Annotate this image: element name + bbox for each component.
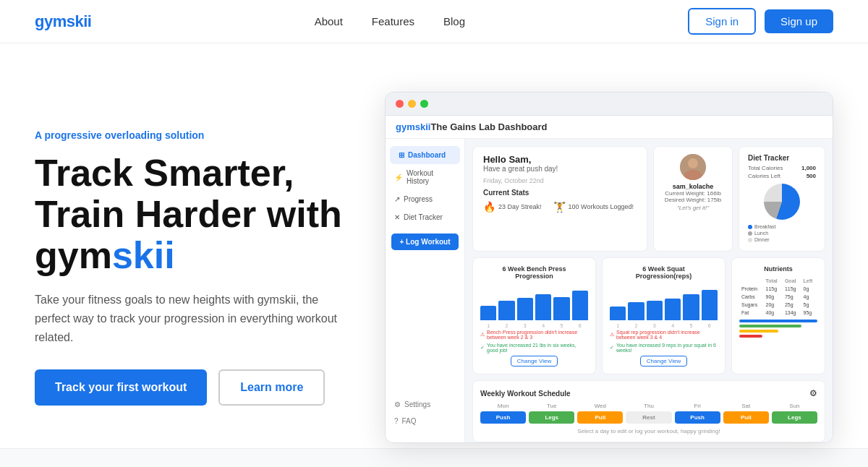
signup-button[interactable]: Sign up [765, 9, 833, 33]
sugar-label: Sugars [739, 301, 764, 309]
track-workout-button[interactable]: Track your first workout [35, 369, 207, 406]
schedule-sat-pill[interactable]: Pull [723, 411, 769, 424]
sugar-total: 20g [764, 301, 783, 309]
bench-bar-4 [535, 294, 551, 320]
diet-left-label: Calories Left [748, 173, 780, 179]
carbs-total: 90g [764, 293, 783, 301]
streak-stat: 🔥 23 Day Streak! [483, 201, 542, 213]
profile-current-weight: Current Weight: 166lb [663, 190, 723, 197]
schedule-tue: Tue Legs [529, 403, 574, 424]
diet-calories-left: Calories Left 500 [748, 173, 816, 179]
bench-label-4: 4 [535, 323, 551, 328]
logo[interactable]: gymskii [35, 12, 91, 31]
squat-label-6: 6 [702, 323, 718, 328]
protein-label: Protein [739, 285, 764, 293]
col-left: Left [801, 277, 817, 285]
nav-features[interactable]: Features [372, 15, 414, 27]
schedule-wed: Wed Pull [577, 403, 623, 424]
hero-title-line1: Track Smarter, [35, 152, 294, 194]
schedule-note: Select a day to edit or log your workout… [480, 428, 817, 434]
profile-quote: "Let's get it!" [663, 205, 723, 211]
current-stats-label: Current Stats [483, 189, 637, 197]
bench-label-2: 2 [498, 323, 514, 328]
diet-donut-chart [764, 184, 800, 220]
nav-blog[interactable]: Blog [443, 15, 465, 27]
faq-icon: ? [394, 417, 399, 425]
legend-breakfast: Breakfast [754, 224, 776, 229]
schedule-fri-pill[interactable]: Push [675, 411, 720, 424]
diet-left-value: 500 [807, 173, 816, 179]
bench-bar-6 [572, 291, 588, 320]
schedule-tue-pill[interactable]: Legs [529, 411, 574, 424]
navbar: gymskii About Features Blog Sign in Sign… [0, 0, 868, 43]
log-workout-button[interactable]: + Log Workout [391, 234, 459, 250]
diet-legend: Breakfast Lunch Dinner [748, 224, 816, 242]
squat-chart: 6 Week SquatProgression(reps) [602, 257, 726, 374]
greeting-date: Friday, October 22nd [483, 177, 637, 184]
schedule-settings-icon[interactable]: ⚙ [809, 388, 817, 398]
schedule-header: Weekly Workout Schedule ⚙ [480, 388, 817, 398]
schedule-title: Weekly Workout Schedule [480, 390, 571, 398]
bench-bar-1 [480, 306, 496, 320]
sidebar-item-progress[interactable]: ↗ Progress [386, 190, 464, 208]
mockup-main-content: Hello Sam, Have a great push day! Friday… [465, 139, 833, 442]
squat-bar-chart [610, 284, 718, 320]
bottom-section: WHAT DO WE OFFER? [0, 448, 868, 467]
squat-bar-1 [610, 307, 626, 320]
bench-label-3: 3 [517, 323, 533, 328]
legend-dinner: Dinner [754, 237, 770, 242]
bench-bar-3 [517, 298, 533, 320]
charts-row: 6 Week Bench PressProgression [472, 257, 825, 374]
sidebar-item-diet[interactable]: ✕ Diet Tracker [386, 208, 464, 226]
fat-total: 40g [764, 309, 783, 317]
squat-label-3: 3 [647, 323, 663, 328]
workouts-value: 100 Workouts Logged! [569, 203, 634, 210]
carbs-row: Carbs 90g 75g 4g [739, 293, 817, 301]
sidebar-faq[interactable]: ? FAQ [386, 413, 464, 429]
bench-bar-5 [553, 297, 569, 321]
sidebar-item-history[interactable]: ⚡ Workout History [386, 164, 464, 190]
mockup-body: ⊞ Dashboard ⚡ Workout History ↗ Progress… [386, 139, 833, 442]
squat-note-bad: ⚠Squat rep progression didn't increase b… [610, 330, 718, 340]
sidebar-label-diet: Diet Tracker [404, 213, 443, 221]
fat-label: Fat [739, 309, 764, 317]
schedule-sun-pill[interactable]: Legs [772, 411, 817, 424]
squat-bar-5 [683, 294, 699, 320]
bench-change-view-button[interactable]: Change View [511, 356, 558, 367]
greeting-name: Hello Sam, [483, 154, 637, 165]
signin-button[interactable]: Sign in [688, 8, 756, 35]
schedule-sun: Sun Legs [772, 403, 817, 424]
schedule-wed-pill[interactable]: Pull [577, 411, 623, 424]
fat-left: 95g [801, 309, 817, 317]
squat-change-view-button[interactable]: Change View [640, 356, 687, 367]
squat-label-1: 1 [610, 323, 626, 328]
squat-label-2: 2 [628, 323, 644, 328]
bench-bar-labels: 1 2 3 4 5 6 [480, 323, 588, 328]
nav-about[interactable]: About [315, 15, 343, 27]
bench-label-5: 5 [553, 323, 569, 328]
sidebar-item-dashboard[interactable]: ⊞ Dashboard [390, 146, 460, 164]
learn-more-button[interactable]: Learn more [218, 369, 325, 406]
schedule-mon: Mon Push [480, 403, 526, 424]
squat-label-5: 5 [683, 323, 699, 328]
bench-bar-2 [498, 301, 514, 321]
diet-title: Diet Tracker [748, 154, 816, 162]
bench-chart-title: 6 Week Bench PressProgression [480, 265, 588, 280]
nutrient-breakdown-card: Nutrients Total Goal Left [731, 257, 825, 374]
diet-icon: ✕ [394, 213, 400, 221]
bench-note-bad: ⚠Bench Press progression didn't increase… [480, 330, 588, 340]
logo-text-skii: skii [67, 12, 92, 30]
bench-note-good: ✓You have increased 21 lbs in six weeks,… [480, 343, 588, 353]
sugar-goal: 25g [783, 301, 801, 309]
window-bar [386, 93, 833, 116]
sidebar-settings[interactable]: ⚙ Settings [386, 396, 464, 413]
hero-right: gymskii The Gains Lab Dashboard ⊞ Dashbo… [353, 92, 833, 443]
nutrient-title: Nutrients [739, 265, 817, 273]
squat-bar-2 [628, 302, 644, 320]
schedule-thu-pill[interactable]: Rest [626, 411, 671, 424]
settings-icon: ⚙ [394, 400, 401, 408]
schedule-card: Weekly Workout Schedule ⚙ Mon Push Tue L… [472, 380, 825, 442]
diet-total-value: 1,000 [801, 165, 816, 171]
schedule-mon-pill[interactable]: Push [480, 411, 526, 424]
hero-title-line2: Train Harder with [35, 193, 342, 235]
